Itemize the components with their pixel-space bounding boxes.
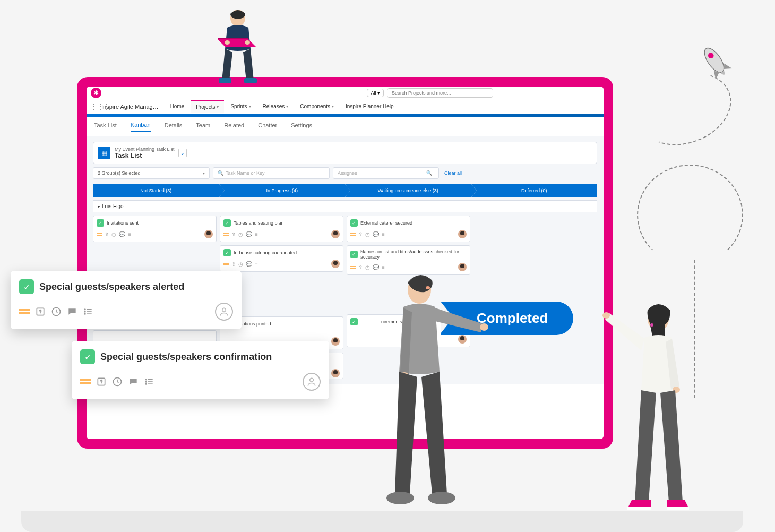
avatar [458, 263, 467, 271]
upload-icon: ⇪ [105, 231, 109, 237]
tasklist-header: ▦ My Event Planning Task List Task List … [93, 142, 597, 164]
svg-point-24 [245, 40, 250, 45]
app-launcher-icon[interactable]: ⋮⋮⋮ [91, 103, 98, 110]
list-icon: ≡ [382, 264, 385, 270]
tab-settings[interactable]: Settings [291, 122, 312, 132]
status-deferred[interactable]: Deferred (0) [471, 184, 598, 197]
chat-icon [67, 306, 78, 317]
svg-point-15 [145, 381, 147, 382]
tab-kanban[interactable]: Kanban [131, 122, 151, 132]
upload-icon: ⇪ [231, 261, 236, 267]
priority-icon [223, 233, 229, 236]
chevron-down-icon: ▾ [217, 105, 219, 109]
tab-related[interactable]: Related [224, 122, 244, 132]
filter-row: 2 Group(s) Selected▾ 🔍Task Name or Key A… [93, 167, 597, 179]
app-name: Inspire Agile Manag… [101, 104, 159, 110]
card-popout-2[interactable]: ✓Special guests/speakers confirmation [72, 341, 329, 399]
svg-point-19 [310, 378, 314, 382]
chat-icon: 💬 [246, 231, 252, 237]
chat-icon [128, 376, 139, 387]
avatar [204, 230, 213, 238]
clear-all-link[interactable]: Clear all [444, 170, 462, 176]
search-filter-dropdown[interactable]: All ▾ [367, 89, 384, 97]
svg-point-23 [225, 40, 230, 45]
kanban-card[interactable]: ✓In-house catering coordinated ⇪◷💬≡ [220, 245, 343, 272]
check-icon: ✓ [350, 219, 358, 227]
status-not-started[interactable]: Not Started (3) [93, 184, 219, 197]
status-in-progress[interactable]: In Progress (4) [219, 184, 346, 197]
app-nav: ⋮⋮⋮ Inspire Agile Manag… Home Projects▾ … [87, 99, 604, 114]
person-illustration-right [600, 297, 695, 515]
tab-chatter[interactable]: Chatter [258, 122, 277, 132]
list-icon: ≡ [255, 231, 258, 237]
person-illustration-top [202, 6, 271, 86]
popout-title: Special guests/speakers confirmation [100, 351, 272, 363]
check-icon: ✓ [350, 318, 358, 325]
tab-team[interactable]: Team [196, 122, 210, 132]
kanban-card[interactable]: ✓External caterer secured ⇪◷💬≡ [347, 216, 470, 242]
record-tabs: Task List Kanban Details Team Related Ch… [87, 117, 604, 136]
chat-icon: 💬 [246, 261, 252, 267]
svg-point-13 [145, 379, 147, 380]
card-title: Tables and seating plan [234, 220, 284, 226]
tab-task-list[interactable]: Task List [94, 122, 117, 132]
svg-point-33 [602, 312, 610, 319]
brand-logo-icon: ✱ [91, 88, 101, 98]
kanban-card[interactable]: ✓Tables and seating plan ⇪◷💬≡ [220, 216, 343, 242]
global-search-input[interactable] [387, 88, 493, 98]
clock-icon: ◷ [111, 231, 116, 237]
nav-components[interactable]: Components▾ [295, 100, 339, 113]
clock-icon: ◷ [238, 261, 243, 267]
chat-icon: 💬 [373, 231, 379, 237]
upload-icon: ⇪ [358, 264, 363, 270]
check-icon: ✓ [350, 251, 358, 258]
check-icon: ✓ [223, 249, 231, 256]
avatar [331, 337, 340, 346]
assignee-filter[interactable]: Assignee🔍 [333, 167, 439, 179]
search-icon: 🔍 [218, 170, 223, 176]
card-title: External caterer secured [360, 220, 412, 226]
card-title: Invitations sent [107, 220, 139, 226]
svg-point-17 [145, 383, 147, 384]
task-search-input[interactable]: 🔍Task Name or Key [213, 167, 330, 179]
tasklist-icon: ▦ [98, 147, 110, 159]
priority-icon [350, 266, 356, 269]
kanban-card[interactable]: ✓Invitations sent ⇪◷💬≡ [93, 216, 217, 242]
svg-rect-35 [627, 507, 651, 510]
search-icon: 🔍 [426, 170, 432, 176]
collapse-button[interactable]: ⌄ [178, 149, 187, 157]
list-icon [83, 306, 93, 317]
nav-projects[interactable]: Projects▾ [191, 100, 224, 113]
svg-point-6 [84, 311, 85, 312]
svg-point-4 [84, 309, 85, 310]
group-filter-dropdown[interactable]: 2 Group(s) Selected▾ [93, 167, 210, 179]
tab-details[interactable]: Details [165, 122, 183, 132]
status-waiting[interactable]: Waiting on someone else (3) [345, 184, 471, 197]
list-icon: ≡ [382, 231, 385, 237]
clock-icon [51, 306, 62, 317]
upload-icon [35, 306, 46, 317]
trail-lower [637, 165, 743, 265]
avatar [331, 260, 340, 268]
check-icon: ✓ [97, 219, 104, 227]
svg-point-29 [386, 492, 414, 504]
avatar [331, 369, 340, 377]
popout-title: Special guests/speakers alerted [39, 281, 184, 293]
svg-point-30 [428, 492, 455, 504]
priority-icon [350, 233, 356, 236]
chevron-down-icon: ▾ [98, 204, 100, 209]
status-chevrons: Not Started (3) In Progress (4) Waiting … [93, 184, 597, 197]
clock-icon: ◷ [365, 231, 370, 237]
nav-sprints[interactable]: Sprints▾ [225, 100, 256, 113]
brand-bar: ✱ All ▾ [87, 87, 604, 99]
card-title: Names on list and titles/addresses check… [360, 249, 467, 260]
check-icon: ✓ [223, 219, 231, 227]
svg-point-26 [426, 286, 430, 289]
priority-icon [97, 233, 102, 236]
nav-home[interactable]: Home [165, 100, 190, 113]
card-popout-1[interactable]: ✓Special guests/speakers alerted [11, 271, 242, 329]
nav-help[interactable]: Inspire Planner Help [340, 100, 399, 113]
avatar-placeholder-icon [215, 303, 233, 321]
nav-releases[interactable]: Releases▾ [257, 100, 294, 113]
swimlane-header[interactable]: ▾Luis Figo [93, 200, 597, 212]
